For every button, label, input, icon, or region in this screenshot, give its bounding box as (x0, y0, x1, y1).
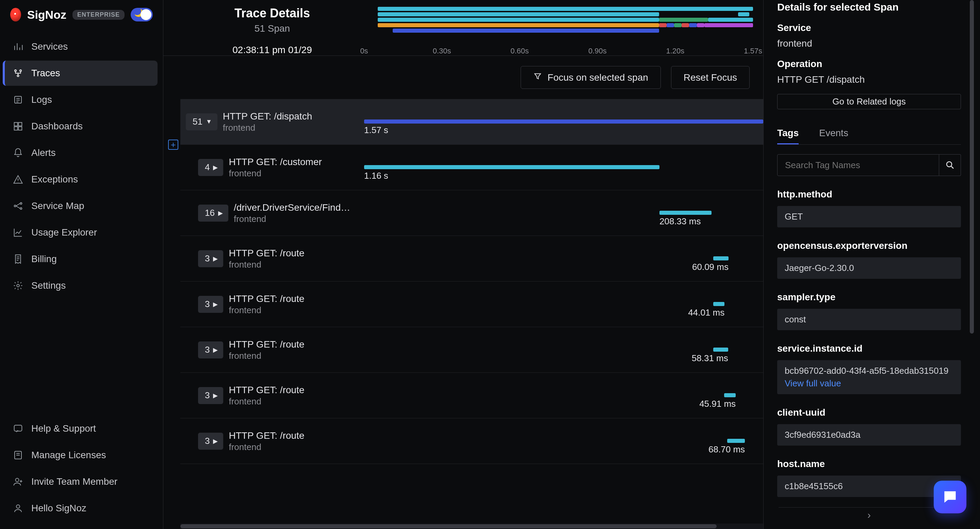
network-icon (13, 201, 23, 211)
chat-fab[interactable] (934, 481, 966, 513)
caret-right-icon: ▶ (213, 301, 218, 308)
span-row[interactable]: 3▶HTTP GET: /routefrontend68.70 ms (180, 418, 763, 464)
span-count-pill[interactable]: 3▶ (198, 433, 223, 450)
sidebar-item-traces[interactable]: Traces (3, 61, 158, 86)
dashboards-icon (13, 121, 23, 131)
span-count-pill[interactable]: 51▼ (186, 113, 218, 131)
svg-point-14 (16, 478, 19, 482)
svg-point-15 (16, 505, 20, 508)
span-count-pill[interactable]: 3▶ (198, 250, 223, 267)
span-row[interactable]: 4▶HTTP GET: /customerfrontend1.16 s (180, 145, 763, 190)
tag-value: c1b8e45155c6 (777, 476, 961, 497)
sidebar-item-logs[interactable]: Logs (3, 87, 158, 112)
span-name: HTTP GET: /route (229, 338, 304, 350)
sidebar-item-settings[interactable]: Settings (3, 273, 158, 298)
horizontal-scrollbar[interactable] (180, 524, 763, 529)
tag-block: opencensus.exporterversionJaeger-Go-2.30… (777, 240, 961, 279)
span-duration: 208.33 ms (659, 216, 701, 227)
sidebar-item-label: Services (31, 41, 68, 52)
mini-timeline-row (378, 7, 753, 11)
tab-tags[interactable]: Tags (777, 123, 799, 144)
bell-icon (13, 148, 23, 158)
tab-events[interactable]: Events (819, 123, 848, 144)
span-row[interactable]: 16▶/driver.DriverService/Find…frontend20… (180, 190, 763, 236)
mini-timeline-row (378, 29, 753, 33)
button-label: Reset Focus (684, 72, 737, 83)
sidebar-item-help[interactable]: Help & Support (3, 416, 158, 441)
view-full-value-link[interactable]: View full value (785, 378, 953, 389)
trace-header: Trace Details 51 Span (163, 0, 763, 34)
span-count-pill[interactable]: 3▶ (198, 296, 223, 313)
reset-focus-button[interactable]: Reset Focus (671, 66, 749, 89)
sidebar-item-billing[interactable]: Billing (3, 247, 158, 272)
mini-timeline[interactable] (378, 6, 753, 34)
span-row[interactable]: 3▶HTTP GET: /routefrontend60.09 ms (180, 236, 763, 282)
sidebar-item-services[interactable]: Services (3, 34, 158, 59)
sidebar-item-service-map[interactable]: Service Map (3, 193, 158, 218)
span-name: HTTP GET: /route (229, 247, 304, 259)
sidebar-item-exceptions[interactable]: Exceptions (3, 167, 158, 192)
tag-list: http.methodGETopencensus.exporterversion… (777, 176, 961, 497)
tag-value: Jaeger-Go-2.30.0 (777, 257, 961, 279)
brand-logo-icon (10, 8, 21, 21)
span-bar (364, 165, 659, 169)
svg-rect-5 (18, 123, 22, 126)
span-row[interactable]: 51▼HTTP GET: /dispatchfrontend1.57 s (180, 99, 763, 145)
span-name: /driver.DriverService/Find… (234, 202, 350, 214)
tag-name: host.name (777, 459, 961, 469)
ruler-tick: 0.90s (588, 47, 607, 56)
expand-all-button[interactable]: + (168, 140, 178, 150)
sidebar-bottom: Help & Support Manage Licenses Invite Te… (0, 411, 163, 529)
sidebar-item-invite[interactable]: Invite Team Member (3, 469, 158, 494)
tag-search-button[interactable] (939, 154, 961, 176)
span-duration: 44.01 ms (688, 308, 724, 318)
span-service: frontend (229, 396, 304, 407)
service-label: Service (777, 22, 961, 33)
operation-label: Operation (777, 59, 961, 69)
sidebar-item-label: Hello SigNoz (31, 503, 86, 514)
caret-right-icon: ▶ (218, 209, 223, 217)
search-icon (945, 160, 955, 170)
span-count-pill[interactable]: 16▶ (198, 205, 228, 221)
span-row[interactable]: 3▶HTTP GET: /routefrontend58.31 ms (180, 327, 763, 373)
button-label: Focus on selected span (547, 72, 648, 83)
svg-point-2 (18, 75, 19, 76)
traces-icon (13, 68, 23, 78)
span-count-pill[interactable]: 3▶ (198, 387, 223, 404)
span-service: frontend (229, 168, 321, 179)
trace-timestamp: 02:38:11 pm 01/29 (180, 45, 364, 56)
sidebar-item-label: Manage Licenses (31, 450, 106, 460)
sidebar-item-usage-explorer[interactable]: Usage Explorer (3, 220, 158, 245)
span-count: 3 (205, 344, 210, 355)
span-count-pill[interactable]: 3▶ (198, 341, 223, 359)
page-scrollbar[interactable] (975, 0, 980, 529)
sidebar-item-alerts[interactable]: Alerts (3, 140, 158, 166)
span-row[interactable]: 3▶HTTP GET: /routefrontend44.01 ms (180, 282, 763, 327)
theme-toggle[interactable] (130, 8, 153, 21)
controls-row: Focus on selected span Reset Focus (163, 56, 763, 99)
caret-right-icon: ▶ (213, 164, 218, 171)
brand-name: SigNoz (27, 8, 66, 21)
ruler-tick: 1.57s (744, 47, 762, 56)
related-logs-button[interactable]: Go to Related logs (777, 94, 961, 109)
span-service: frontend (229, 350, 304, 362)
details-scrollbar[interactable] (969, 0, 975, 529)
timestamp-row: 02:38:11 pm 01/29 0s0.30s0.60s0.90s1.20s… (163, 34, 763, 56)
span-service: frontend (223, 122, 312, 134)
span-row[interactable]: 3▶HTTP GET: /routefrontend45.91 ms (180, 373, 763, 418)
details-title: Details for selected Span (777, 0, 961, 13)
sidebar-item-label: Logs (31, 94, 52, 105)
mini-timeline-row (378, 23, 753, 27)
span-count-pill[interactable]: 4▶ (198, 159, 223, 176)
span-count: 16 (205, 208, 215, 218)
tag-search-input[interactable] (777, 154, 939, 176)
sidebar-item-dashboards[interactable]: Dashboards (3, 114, 158, 139)
focus-selected-button[interactable]: Focus on selected span (520, 66, 661, 89)
panel-collapse-handle[interactable]: › (778, 507, 959, 521)
sidebar-item-profile[interactable]: Hello SigNoz (3, 496, 158, 521)
sidebar-item-licenses[interactable]: Manage Licenses (3, 443, 158, 468)
caret-right-icon: ▶ (213, 255, 218, 263)
span-duration: 58.31 ms (692, 353, 728, 363)
span-bar (713, 257, 729, 260)
bar-chart-icon (13, 41, 23, 52)
